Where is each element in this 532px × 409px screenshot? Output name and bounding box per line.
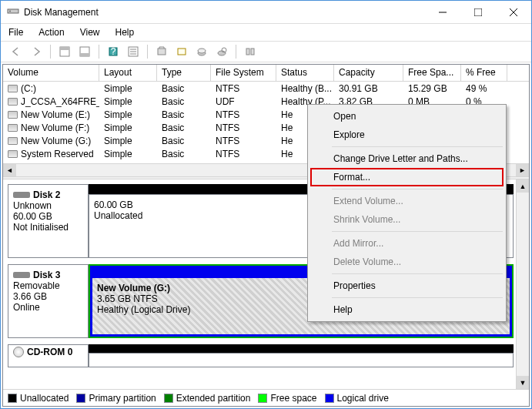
volume-layout: Simple <box>99 122 157 134</box>
ctx-properties[interactable]: Properties <box>310 277 504 295</box>
scroll-up-icon[interactable]: ▲ <box>517 179 530 193</box>
view-top-button[interactable] <box>55 43 74 60</box>
volume-status: Healthy (B... <box>276 82 334 95</box>
cdrom-row[interactable]: CD-ROM 0 <box>8 344 514 367</box>
menu-view[interactable]: View <box>79 25 102 39</box>
ctx-shrink-volume[interactable]: Shrink Volume... <box>310 210 504 229</box>
disk-3-size: 3.66 GB <box>13 291 83 302</box>
svg-rect-17 <box>178 49 186 55</box>
col-status[interactable]: Status <box>276 65 334 81</box>
volume-type: Basic <box>157 135 211 147</box>
menu-action[interactable]: Action <box>37 25 65 39</box>
ctx-open[interactable]: Open <box>310 107 504 126</box>
disk-2-label: Disk 2 Unknown 60.00 GB Not Initialised <box>8 184 89 258</box>
disk-3-type: Removable <box>13 280 83 291</box>
svg-rect-7 <box>60 47 69 50</box>
drive-icon <box>8 124 18 132</box>
help-button[interactable]: ? <box>104 43 122 60</box>
cdrom-name: CD-ROM 0 <box>27 347 72 357</box>
ctx-separator <box>332 146 503 147</box>
volume-filesystem: NTFS <box>211 82 276 95</box>
col-percent[interactable]: % Free <box>461 65 507 81</box>
volume-name: J_CCSA_X64FRE_E... <box>21 96 99 107</box>
volume-layout: Simple <box>99 148 157 160</box>
scroll-right-icon[interactable]: ► <box>516 164 529 177</box>
minimize-button[interactable] <box>425 1 460 24</box>
ctx-format[interactable]: Format... <box>310 168 504 186</box>
cdrom-partition[interactable] <box>89 353 514 367</box>
volume-layout: Simple <box>99 82 157 95</box>
volume-filesystem: NTFS <box>211 135 276 147</box>
col-type[interactable]: Type <box>157 65 211 81</box>
svg-rect-9 <box>80 53 89 56</box>
action-button-4[interactable] <box>212 43 231 60</box>
volume-type: Basic <box>157 82 211 95</box>
action-button-3[interactable] <box>192 43 211 60</box>
settings-button[interactable] <box>124 43 142 60</box>
col-capacity[interactable]: Capacity <box>334 65 403 81</box>
action-button-5[interactable] <box>241 43 259 60</box>
volume-name: New Volume (F:) <box>21 122 89 133</box>
vertical-scrollbar[interactable]: ▲ ▼ <box>516 179 529 389</box>
legend-extended: Extended partition <box>176 393 251 404</box>
disk-2-size: 60.00 GB <box>13 211 83 222</box>
ctx-separator <box>332 189 503 189</box>
drive-icon <box>8 85 18 92</box>
close-button[interactable] <box>496 1 531 24</box>
svg-text:?: ? <box>111 46 116 57</box>
back-button[interactable] <box>7 43 25 60</box>
cdrom-label: CD-ROM 0 <box>8 344 89 367</box>
legend-swatch-logical <box>325 394 334 403</box>
disk-2-type: Unknown <box>13 200 83 211</box>
volume-name: New Volume (G:) <box>21 136 91 146</box>
title-bar[interactable]: Disk Management <box>1 1 531 24</box>
scroll-down-icon[interactable]: ▼ <box>517 376 530 389</box>
menu-file[interactable]: File <box>7 25 25 39</box>
drive-icon <box>8 150 18 158</box>
svg-rect-23 <box>251 49 254 55</box>
col-filesystem[interactable]: File System <box>211 65 276 81</box>
ctx-extend-volume[interactable]: Extend Volume... <box>310 192 504 210</box>
col-volume[interactable]: Volume <box>3 65 99 81</box>
volume-type: Basic <box>157 122 211 134</box>
drive-icon <box>8 111 18 119</box>
column-headers: Volume Layout Type File System Status Ca… <box>3 65 529 82</box>
volume-layout: Simple <box>99 135 157 147</box>
ctx-separator <box>332 231 503 232</box>
toolbar: ? <box>1 41 531 62</box>
volume-type: Basic <box>157 148 211 160</box>
col-layout[interactable]: Layout <box>99 65 157 81</box>
legend: Unallocated Primary partition Extended p… <box>3 389 529 406</box>
col-free[interactable]: Free Spa... <box>403 65 461 81</box>
cdrom-bar <box>89 344 514 353</box>
ctx-help[interactable]: Help <box>310 300 504 319</box>
action-button-2[interactable] <box>172 43 191 60</box>
ctx-delete-volume[interactable]: Delete Volume... <box>310 253 504 271</box>
volume-type: Basic <box>157 96 211 108</box>
ctx-explore[interactable]: Explore <box>310 126 504 144</box>
volume-row[interactable]: (C:)SimpleBasicNTFSHealthy (B...30.91 GB… <box>3 82 529 95</box>
legend-free: Free space <box>270 393 316 404</box>
volume-free: 15.29 GB <box>403 82 461 95</box>
volume-filesystem: NTFS <box>211 109 276 121</box>
view-bottom-button[interactable] <box>75 43 94 60</box>
ctx-change-drive-letter[interactable]: Change Drive Letter and Paths... <box>310 149 504 168</box>
ctx-add-mirror[interactable]: Add Mirror... <box>310 234 504 253</box>
svg-rect-3 <box>474 8 482 16</box>
volume-name: New Volume (E:) <box>21 109 90 120</box>
volume-layout: Simple <box>99 96 157 108</box>
scroll-left-icon[interactable]: ◄ <box>3 164 16 177</box>
volume-filesystem: UDF <box>211 96 276 108</box>
svg-rect-22 <box>246 49 249 55</box>
legend-swatch-extended <box>164 394 173 403</box>
legend-unallocated: Unallocated <box>20 393 69 404</box>
disk-icon <box>13 272 30 278</box>
drive-icon <box>8 137 18 145</box>
maximize-button[interactable] <box>460 1 496 24</box>
disk-3-name: Disk 3 <box>33 270 60 280</box>
action-button-1[interactable] <box>152 43 171 60</box>
menu-help[interactable]: Help <box>114 25 136 39</box>
svg-point-19 <box>198 49 206 53</box>
forward-button[interactable] <box>27 43 45 60</box>
legend-swatch-unallocated <box>8 394 17 403</box>
